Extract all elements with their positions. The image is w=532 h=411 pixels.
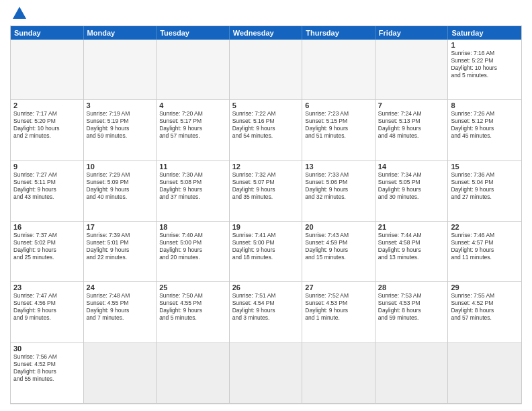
- cell-info-text: Sunrise: 7:50 AM Sunset: 4:55 PM Dayligh…: [159, 292, 226, 322]
- day-header-tuesday: Tuesday: [157, 26, 230, 40]
- cell-info-text: Sunrise: 7:26 AM Sunset: 5:12 PM Dayligh…: [451, 110, 519, 140]
- cell-info-text: Sunrise: 7:29 AM Sunset: 5:09 PM Dayligh…: [87, 171, 154, 201]
- calendar-cell-empty: [11, 40, 84, 100]
- calendar-cell-30: 30Sunrise: 7:56 AM Sunset: 4:52 PM Dayli…: [11, 343, 84, 404]
- cell-info-text: Sunrise: 7:22 AM Sunset: 5:16 PM Dayligh…: [232, 110, 300, 140]
- cell-date-number: 4: [159, 101, 226, 109]
- calendar-cell-20: 20Sunrise: 7:43 AM Sunset: 4:59 PM Dayli…: [302, 222, 375, 282]
- cell-date-number: 6: [305, 101, 372, 109]
- calendar-cell-22: 22Sunrise: 7:46 AM Sunset: 4:57 PM Dayli…: [448, 222, 521, 282]
- calendar-cell-2: 2Sunrise: 7:17 AM Sunset: 5:20 PM Daylig…: [11, 100, 84, 161]
- cell-info-text: Sunrise: 7:16 AM Sunset: 5:22 PM Dayligh…: [451, 50, 519, 79]
- cell-date-number: 28: [378, 283, 445, 291]
- cell-date-number: 18: [159, 223, 226, 231]
- calendar-cell-8: 8Sunrise: 7:26 AM Sunset: 5:12 PM Daylig…: [448, 100, 521, 161]
- cell-info-text: Sunrise: 7:34 AM Sunset: 5:05 PM Dayligh…: [378, 171, 445, 201]
- calendar-cell-18: 18Sunrise: 7:40 AM Sunset: 5:00 PM Dayli…: [157, 222, 230, 282]
- cell-info-text: Sunrise: 7:53 AM Sunset: 4:53 PM Dayligh…: [378, 292, 445, 322]
- calendar-cell-26: 26Sunrise: 7:51 AM Sunset: 4:54 PM Dayli…: [230, 282, 303, 342]
- cell-info-text: Sunrise: 7:43 AM Sunset: 4:59 PM Dayligh…: [305, 232, 372, 261]
- calendar-cell-17: 17Sunrise: 7:39 AM Sunset: 5:01 PM Dayli…: [84, 222, 157, 282]
- cell-date-number: 17: [87, 223, 154, 231]
- logo: [10, 7, 26, 20]
- cell-date-number: 21: [378, 223, 445, 231]
- cell-info-text: Sunrise: 7:19 AM Sunset: 5:19 PM Dayligh…: [87, 110, 154, 140]
- cell-info-text: Sunrise: 7:55 AM Sunset: 4:52 PM Dayligh…: [451, 292, 519, 322]
- cell-date-number: 29: [451, 283, 519, 291]
- calendar-cell-14: 14Sunrise: 7:34 AM Sunset: 5:05 PM Dayli…: [375, 161, 449, 222]
- day-header-sunday: Sunday: [11, 26, 84, 40]
- calendar-cell-3: 3Sunrise: 7:19 AM Sunset: 5:19 PM Daylig…: [84, 100, 157, 161]
- calendar-cell-27: 27Sunrise: 7:52 AM Sunset: 4:53 PM Dayli…: [302, 282, 375, 342]
- cell-date-number: 30: [13, 345, 81, 353]
- day-headers-row: SundayMondayTuesdayWednesdayThursdayFrid…: [11, 26, 521, 40]
- calendar-cell-16: 16Sunrise: 7:37 AM Sunset: 5:02 PM Dayli…: [11, 222, 84, 282]
- cell-date-number: 10: [87, 163, 154, 171]
- header: [10, 7, 522, 20]
- day-header-monday: Monday: [84, 26, 157, 40]
- cell-date-number: 19: [232, 223, 300, 231]
- calendar-cell-9: 9Sunrise: 7:27 AM Sunset: 5:11 PM Daylig…: [11, 161, 84, 222]
- cell-date-number: 5: [232, 101, 300, 109]
- day-header-wednesday: Wednesday: [230, 26, 303, 40]
- calendar-grid: 1Sunrise: 7:16 AM Sunset: 5:22 PM Daylig…: [11, 40, 521, 404]
- cell-date-number: 12: [232, 163, 300, 171]
- cell-date-number: 20: [305, 223, 372, 231]
- cell-date-number: 24: [87, 283, 154, 291]
- calendar-cell-23: 23Sunrise: 7:47 AM Sunset: 4:56 PM Dayli…: [11, 282, 84, 342]
- calendar-cell-empty: [84, 40, 157, 100]
- cell-info-text: Sunrise: 7:24 AM Sunset: 5:13 PM Dayligh…: [378, 110, 445, 140]
- cell-date-number: 14: [378, 163, 445, 171]
- cell-info-text: Sunrise: 7:37 AM Sunset: 5:02 PM Dayligh…: [13, 232, 81, 261]
- cell-info-text: Sunrise: 7:32 AM Sunset: 5:07 PM Dayligh…: [232, 171, 300, 201]
- cell-date-number: 26: [232, 283, 300, 291]
- calendar-cell-19: 19Sunrise: 7:41 AM Sunset: 5:00 PM Dayli…: [230, 222, 303, 282]
- calendar-cell-empty: [157, 40, 230, 100]
- cell-date-number: 13: [305, 163, 372, 171]
- cell-date-number: 23: [13, 283, 81, 291]
- calendar-cell-13: 13Sunrise: 7:33 AM Sunset: 5:06 PM Dayli…: [302, 161, 375, 222]
- cell-info-text: Sunrise: 7:33 AM Sunset: 5:06 PM Dayligh…: [305, 171, 372, 201]
- cell-info-text: Sunrise: 7:17 AM Sunset: 5:20 PM Dayligh…: [13, 110, 81, 140]
- cell-info-text: Sunrise: 7:20 AM Sunset: 5:17 PM Dayligh…: [159, 110, 226, 140]
- day-header-friday: Friday: [375, 26, 449, 40]
- calendar-cell-empty: [230, 40, 303, 100]
- cell-date-number: 11: [159, 163, 226, 171]
- calendar-cell-6: 6Sunrise: 7:23 AM Sunset: 5:15 PM Daylig…: [302, 100, 375, 161]
- calendar-cell-empty: [302, 343, 375, 404]
- cell-date-number: 25: [159, 283, 226, 291]
- cell-info-text: Sunrise: 7:44 AM Sunset: 4:58 PM Dayligh…: [378, 232, 445, 261]
- calendar-cell-4: 4Sunrise: 7:20 AM Sunset: 5:17 PM Daylig…: [157, 100, 230, 161]
- cell-date-number: 27: [305, 283, 372, 291]
- calendar-cell-7: 7Sunrise: 7:24 AM Sunset: 5:13 PM Daylig…: [375, 100, 449, 161]
- calendar-cell-empty: [375, 343, 449, 404]
- calendar-cell-29: 29Sunrise: 7:55 AM Sunset: 4:52 PM Dayli…: [448, 282, 521, 342]
- cell-info-text: Sunrise: 7:41 AM Sunset: 5:00 PM Dayligh…: [232, 232, 300, 261]
- cell-date-number: 8: [451, 101, 519, 109]
- cell-date-number: 9: [13, 163, 81, 171]
- cell-info-text: Sunrise: 7:40 AM Sunset: 5:00 PM Dayligh…: [159, 232, 226, 261]
- cell-info-text: Sunrise: 7:47 AM Sunset: 4:56 PM Dayligh…: [13, 292, 81, 322]
- cell-date-number: 7: [378, 101, 445, 109]
- calendar-cell-24: 24Sunrise: 7:48 AM Sunset: 4:55 PM Dayli…: [84, 282, 157, 342]
- cell-info-text: Sunrise: 7:27 AM Sunset: 5:11 PM Dayligh…: [13, 171, 81, 201]
- calendar-cell-empty: [157, 343, 230, 404]
- calendar-cell-empty: [302, 40, 375, 100]
- calendar-cell-1: 1Sunrise: 7:16 AM Sunset: 5:22 PM Daylig…: [448, 40, 521, 100]
- cell-info-text: Sunrise: 7:30 AM Sunset: 5:08 PM Dayligh…: [159, 171, 226, 201]
- cell-date-number: 3: [87, 101, 154, 109]
- cell-info-text: Sunrise: 7:56 AM Sunset: 4:52 PM Dayligh…: [13, 353, 81, 383]
- cell-info-text: Sunrise: 7:39 AM Sunset: 5:01 PM Dayligh…: [87, 232, 154, 261]
- calendar-cell-empty: [375, 40, 449, 100]
- logo-triangle-icon: [13, 7, 26, 19]
- cell-date-number: 2: [13, 101, 81, 109]
- calendar-cell-empty: [230, 343, 303, 404]
- calendar-cell-10: 10Sunrise: 7:29 AM Sunset: 5:09 PM Dayli…: [84, 161, 157, 222]
- cell-date-number: 1: [451, 41, 519, 49]
- calendar-cell-15: 15Sunrise: 7:36 AM Sunset: 5:04 PM Dayli…: [448, 161, 521, 222]
- cell-info-text: Sunrise: 7:36 AM Sunset: 5:04 PM Dayligh…: [451, 171, 519, 201]
- calendar-cell-5: 5Sunrise: 7:22 AM Sunset: 5:16 PM Daylig…: [230, 100, 303, 161]
- cell-date-number: 16: [13, 223, 81, 231]
- cell-info-text: Sunrise: 7:46 AM Sunset: 4:57 PM Dayligh…: [451, 232, 519, 261]
- day-header-thursday: Thursday: [302, 26, 375, 40]
